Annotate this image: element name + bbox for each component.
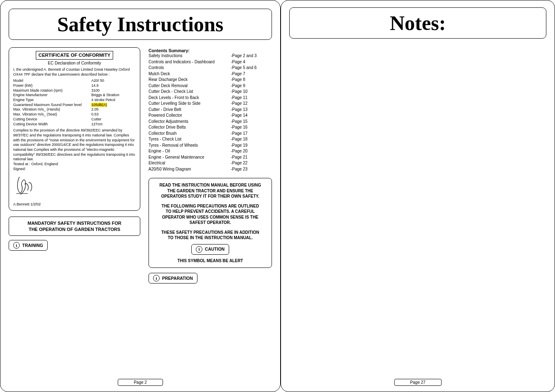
toc-label: Cutter Levelling Side to Side — [149, 101, 231, 107]
spec-value: 105dB(A) — [91, 103, 136, 108]
toc-page: -Page 9 — [231, 83, 272, 89]
toc-row: Collector Adjustments-Page 15 — [149, 119, 272, 125]
spec-label: Cutting Device Width — [13, 122, 91, 127]
safety-p3l2: TO THOSE IN THE INSTRUCTION MANUAL. — [153, 235, 267, 241]
toc-row: Collector Brush-Page 17 — [149, 131, 272, 137]
toc-label: Collector Drive Belts — [149, 125, 231, 131]
mandatory-line1: MANDATORY SAFETY INSTRUCTIONS FOR — [12, 220, 137, 226]
training-label: TRAINING — [22, 243, 43, 248]
toc-page: -Page 20 — [231, 148, 272, 154]
spec-label: Maximum blade rotation (rpm) — [13, 88, 91, 93]
safety-p2l1: THE FOLLOWING PRECAUTIONS ARE OUTLINED — [153, 203, 267, 209]
toc-row: Safety Instructions-Page 2 and 3 — [149, 53, 272, 59]
toc-page: -Page 17 — [231, 131, 272, 137]
toc-label: Electrical — [149, 160, 231, 166]
preparation-pill: i PREPARATION — [149, 273, 197, 284]
spec-row: Guaranteed Maximum Sound Power level105d… — [13, 103, 136, 108]
toc-page: -Page 10 — [231, 89, 272, 95]
info-icon: i — [153, 275, 160, 281]
spec-value: A20/ 50 — [91, 78, 136, 83]
spec-row: Max. Vibration m/s_ (Hands)2.05 — [13, 107, 136, 112]
spec-label: Engine Type — [13, 98, 91, 103]
toc-label: Controls and Indicators - Dashboard — [149, 59, 231, 65]
spec-label: Max. Vibration m/s_ (Seat) — [13, 112, 91, 117]
toc-page: -Page 2 and 3 — [231, 53, 272, 59]
spec-row: ModelA20/ 50 — [13, 78, 136, 83]
spec-label: Cutting Device — [13, 117, 91, 122]
toc-page: -Page 18 — [231, 136, 272, 143]
spec-value: 127cm — [91, 122, 136, 127]
caution-label: CAUTION — [205, 246, 225, 252]
toc-page: -Page 12 — [231, 101, 272, 107]
training-pill: i TRAINING — [9, 240, 48, 251]
toc-row: Tyres - Check List-Page 18 — [149, 136, 272, 143]
spec-value: Briggs & Stratton — [91, 93, 136, 98]
toc-label: Powered Collector — [149, 113, 231, 119]
safety-p1l3: OPERATORS STUDY IT FOR THEIR OWN SAFETY. — [153, 194, 267, 199]
spec-value: 2.05 — [91, 107, 136, 112]
toc-label: Tyres - Check List — [149, 136, 231, 143]
spec-value: 0.53 — [91, 112, 136, 117]
toc-label: Rear Discharge Deck — [149, 77, 231, 83]
spec-row: Power (kW)14.9 — [13, 83, 136, 88]
safety-p1l2: THE GARDEN TRACTOR AND ENSURE THE — [153, 188, 267, 194]
page-number: Page 2 — [118, 379, 163, 386]
toc-label: Safety Instructions — [149, 53, 231, 59]
safety-p2l4: SAFEST OPERATOR. — [153, 220, 267, 226]
toc-page: -Page 14 — [231, 113, 272, 119]
toc-row: Mulch Deck-Page 7 — [149, 71, 272, 77]
toc-page: -Page 16 — [231, 125, 272, 131]
toc-row: Cutter Deck Removal-Page 9 — [149, 83, 272, 89]
page-title: Notes: — [289, 7, 546, 39]
toc-row: Collector Drive Belts-Page 16 — [149, 125, 272, 131]
signed-label: Signed: — [13, 167, 136, 172]
toc-label: Deck Levels - Front to Back — [149, 95, 231, 101]
safety-p2l2: TO HELP PREVENT ACCIDENTS. A CAREFUL — [153, 209, 267, 214]
left-column: CERTIFICATE OF CONFORMITY EC Declaration… — [9, 47, 140, 284]
safety-p3l1: THESE SAFETY PRECAUTIONS ARE IN ADDITION — [153, 230, 267, 235]
toc-row: Controls and Indicators - Dashboard-Page… — [149, 59, 272, 65]
spec-table: ModelA20/ 50Power (kW)14.9Maximum blade … — [13, 78, 136, 127]
page-number: Page 27 — [394, 379, 441, 386]
preparation-label: PREPARATION — [162, 276, 193, 281]
toc-list: Safety Instructions-Page 2 and 3Controls… — [149, 53, 272, 172]
left-page: Safety Instructions CERTIFICATE OF CONFO… — [0, 0, 281, 392]
toc-page: -Page 4 — [231, 59, 272, 65]
info-icon: i — [196, 246, 202, 253]
toc-label: Tyres - Removal of Wheels — [149, 143, 231, 149]
toc-page: -Page 11 — [231, 95, 272, 101]
toc-label: Cutter - Drive Belt — [149, 107, 231, 113]
spec-row: Cutting DeviceCutter — [13, 117, 136, 122]
toc-row: Cutter - Drive Belt-Page 13 — [149, 107, 272, 113]
conformity-intro: I, the undersigned A. Bennett of Countax… — [13, 67, 136, 77]
right-page: Notes: Page 27 — [281, 0, 555, 392]
toc-label: Cutter Deck Removal — [149, 83, 231, 89]
page-title: Safety Instructions — [9, 9, 272, 40]
be-alert-text: THIS SYMBOL MEANS BE ALERT — [153, 258, 267, 264]
toc-row: Engine - General Maintenance-Page 21 — [149, 154, 272, 161]
mandatory-box: MANDATORY SAFETY INSTRUCTIONS FOR THE OP… — [9, 217, 140, 236]
toc-label: Engine - Oil — [149, 148, 231, 154]
safety-p2l3: OPERATOR WHO USES COMMON SENSE IS THE — [153, 214, 267, 220]
safety-p1l1: READ THE INSTRUCTION MANUAL BEFORE USING — [153, 182, 267, 188]
toc-row: Powered Collector-Page 14 — [149, 113, 272, 119]
contents-heading: Contents Summary: — [149, 48, 272, 53]
toc-page: -Page 19 — [231, 143, 272, 149]
right-column: Contents Summary: Safety Instructions-Pa… — [149, 47, 272, 284]
mandatory-line2: THE OPERATION OF GARDEN TRACTORS — [12, 226, 137, 233]
toc-page: -Page 15 — [231, 119, 272, 125]
toc-page: -Page 23 — [231, 166, 272, 173]
conformity-heading: CERTIFICATE OF CONFORMITY — [36, 51, 114, 60]
spec-row: Engine Type4 stroke Petrol — [13, 98, 136, 103]
conformity-box: CERTIFICATE OF CONFORMITY EC Declaration… — [9, 47, 140, 211]
toc-row: Rear Discharge Deck-Page 8 — [149, 77, 272, 83]
toc-page: -Page 7 — [231, 71, 272, 77]
toc-row: Controls-Page 5 and 6 — [149, 65, 272, 71]
toc-label: Engine - General Maintenance — [149, 154, 231, 161]
spec-row: Engine ManufacturerBriggs & Stratton — [13, 93, 136, 98]
toc-page: -Page 5 and 6 — [231, 65, 272, 71]
spec-label: Guaranteed Maximum Sound Power level — [13, 103, 91, 108]
toc-label: A20/50 Wiring Diagram — [149, 166, 231, 173]
spec-row: Maximum blade rotation (rpm)3100 — [13, 88, 136, 93]
toc-page: -Page 22 — [231, 160, 272, 166]
